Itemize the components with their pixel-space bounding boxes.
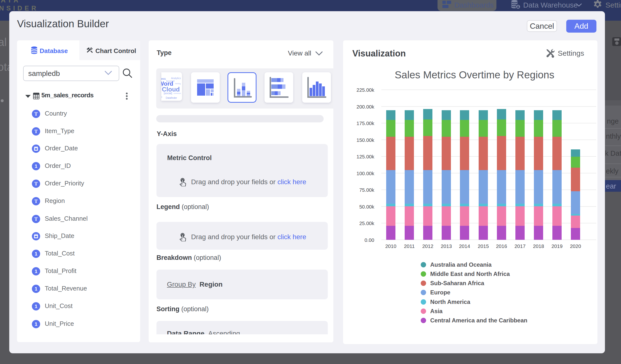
svg-text:0.00: 0.00	[364, 237, 374, 243]
svg-text:225.00k: 225.00k	[357, 87, 375, 93]
svg-text:Middle East and North Africa: Middle East and North Africa	[430, 271, 510, 277]
svg-text:25.00k: 25.00k	[359, 220, 374, 226]
svg-text:Central America and the Caribb: Central America and the Caribbean	[430, 317, 527, 324]
svg-text:2012: 2012	[422, 243, 433, 249]
svg-text:2019: 2019	[552, 243, 563, 249]
svg-text:2018: 2018	[533, 243, 544, 249]
svg-text:Asia: Asia	[430, 308, 443, 314]
svg-text:Sub-Saharan Africa: Sub-Saharan Africa	[430, 280, 484, 286]
svg-text:125.00k: 125.00k	[357, 154, 375, 159]
svg-text:100.00k: 100.00k	[357, 171, 375, 176]
svg-text:2016: 2016	[496, 243, 507, 249]
svg-text:2020: 2020	[570, 243, 581, 249]
svg-text:2013: 2013	[441, 243, 452, 249]
svg-text:Europe: Europe	[430, 289, 450, 296]
svg-text:2015: 2015	[478, 243, 489, 249]
svg-text:50.00k: 50.00k	[359, 204, 374, 209]
svg-text:175.00k: 175.00k	[357, 121, 375, 126]
svg-text:2014: 2014	[459, 243, 470, 249]
svg-text:150.00k: 150.00k	[357, 137, 375, 143]
svg-text:Australia and Oceania: Australia and Oceania	[430, 261, 492, 268]
svg-text:North America: North America	[430, 298, 470, 305]
svg-text:200.00k: 200.00k	[357, 104, 375, 109]
svg-text:2011: 2011	[404, 243, 415, 249]
svg-text:Sales Metrics Overtime by Regi: Sales Metrics Overtime by Regions	[395, 69, 554, 81]
svg-text:2017: 2017	[514, 243, 526, 249]
svg-text:75.00k: 75.00k	[359, 187, 374, 193]
svg-text:2010: 2010	[385, 243, 397, 249]
